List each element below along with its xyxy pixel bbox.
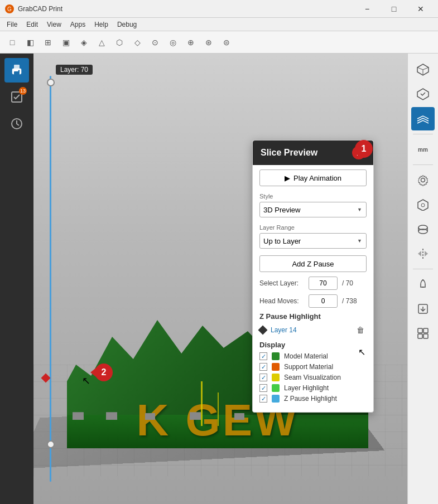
layer-highlight-checkbox[interactable]: ✓ (259, 384, 267, 392)
menu-file[interactable]: File (2, 20, 22, 30)
viewport: K GEW Layer: 70 3 2 ↖ (33, 54, 407, 504)
menu-edit[interactable]: Edit (22, 20, 42, 30)
layer-range-select[interactable]: Up to Layer Single Layer All Layers (259, 233, 367, 249)
seam-visualization-label: Seam Visualization (284, 374, 341, 381)
layer-handle-bottom[interactable] (47, 440, 55, 448)
toolbar-btn-6[interactable]: △ (94, 35, 109, 50)
head-moves-label: Head Moves: (259, 297, 304, 305)
play-icon: ▶ (285, 174, 290, 182)
callout-1-label: 1 (362, 144, 367, 154)
toolbar-btn-1[interactable]: □ (4, 35, 20, 50)
diamond-icon (258, 326, 268, 335)
view-3d-button[interactable] (411, 58, 435, 81)
settings-button[interactable] (411, 168, 435, 192)
toolbar-btn-4[interactable]: ▣ (58, 35, 74, 50)
toolbar-btn-9[interactable]: ⊙ (147, 35, 163, 50)
multiview-icon (417, 327, 429, 340)
layer-track[interactable] (50, 76, 51, 482)
play-animation-button[interactable]: ▶ Play Animation (259, 169, 367, 186)
head-moves-input[interactable] (309, 294, 338, 308)
toolbar-btn-5[interactable]: ◈ (76, 35, 92, 50)
export-button[interactable] (411, 297, 435, 321)
sidebar-btn-check[interactable]: 13 (4, 85, 29, 109)
app-icon: G (4, 4, 15, 14)
svg-marker-13 (418, 175, 428, 186)
menu-debug[interactable]: Debug (113, 20, 141, 30)
z-pause-item: Layer 14 🗑 (259, 324, 367, 336)
z-pause-delete-button[interactable]: 🗑 (354, 324, 367, 336)
object-icon (417, 198, 429, 211)
material-button[interactable] (411, 217, 435, 241)
layer-highlight-label: Layer Highlight (284, 384, 329, 392)
menubar: File Edit View Apps Help Debug (0, 18, 438, 31)
layer-range-section: Layer Range Up to Layer Single Layer All… (253, 220, 373, 251)
notification-button[interactable] (411, 273, 435, 296)
style-section: Style 3D Preview Flat Preview (253, 188, 373, 220)
right-toolbar-separator-3 (413, 269, 433, 269)
seam-visualization-checkbox[interactable]: ✓ (259, 374, 267, 381)
multi-view-button[interactable] (411, 322, 435, 345)
svg-rect-3 (14, 71, 20, 75)
svg-line-10 (417, 67, 423, 70)
sidebar-btn-history[interactable] (4, 112, 29, 136)
svg-rect-27 (418, 328, 422, 333)
toolbar-btn-11[interactable]: ⊕ (183, 35, 199, 50)
history-icon (9, 117, 24, 131)
sidebar-btn-print[interactable] (4, 58, 29, 83)
left-sidebar: 13 (0, 54, 33, 504)
display-seam-visualization: ✓ Seam Visualization (259, 374, 367, 381)
z-pause-link[interactable]: Layer 14 (271, 326, 297, 334)
check-3d-button[interactable] (411, 83, 435, 106)
support-material-checkbox[interactable]: ✓ (259, 363, 267, 371)
z-pause-highlight-checkbox[interactable]: ✓ (259, 395, 267, 403)
support-block-4 (190, 412, 201, 420)
model-material-checkbox[interactable]: ✓ (259, 352, 267, 360)
titlebar: G GrabCAD Print − □ ✕ (0, 0, 438, 18)
support-block-3 (145, 413, 155, 420)
toolbar-btn-2[interactable]: ◧ (22, 35, 38, 50)
toolbar-btn-13[interactable]: ⊜ (219, 35, 234, 50)
seam-line-2 (218, 392, 219, 426)
model-material-label: Model Material (284, 352, 328, 360)
layer-slider[interactable]: Layer: 70 (45, 65, 56, 482)
mirror-button[interactable] (411, 242, 435, 265)
head-moves-max: / 738 (342, 297, 357, 305)
window-controls: − □ ✕ (354, 0, 434, 18)
maximize-button[interactable]: □ (381, 0, 407, 18)
select-layer-row: Select Layer: / 70 (253, 274, 373, 292)
layer-range-select-wrapper: Up to Layer Single Layer All Layers (259, 233, 367, 249)
toolbar-btn-8[interactable]: ◇ (129, 35, 145, 50)
menu-view[interactable]: View (42, 20, 66, 30)
check-mark-2: ✓ (261, 364, 266, 370)
minimize-button[interactable]: − (354, 0, 380, 18)
layers-button[interactable] (411, 107, 435, 130)
panel-header: Slice Preview 1 (253, 140, 373, 165)
layer-handle-top[interactable] (47, 79, 55, 86)
menu-apps[interactable]: Apps (66, 20, 90, 30)
play-label: Play Animation (293, 174, 341, 182)
svg-point-5 (18, 70, 20, 72)
toolbar-btn-12[interactable]: ⊛ (201, 35, 216, 50)
units-button[interactable]: mm (411, 138, 435, 161)
export-icon (417, 303, 429, 315)
svg-text:G: G (7, 6, 12, 12)
svg-rect-29 (418, 334, 422, 338)
style-select[interactable]: 3D Preview Flat Preview (259, 202, 367, 217)
svg-rect-4 (14, 65, 20, 69)
display-model-material: ✓ Model Material (259, 352, 367, 360)
cube-icon (416, 63, 430, 76)
object-settings-button[interactable] (411, 193, 435, 216)
right-toolbar-separator-1 (413, 134, 433, 134)
menu-help[interactable]: Help (90, 20, 113, 30)
toolbar-btn-7[interactable]: ⬡ (112, 35, 127, 50)
close-button[interactable]: ✕ (408, 0, 434, 18)
main-layout: 13 (0, 54, 438, 504)
seam-line-1 (201, 381, 203, 426)
toolbar-btn-10[interactable]: ◎ (165, 35, 181, 50)
callout-2-label: 2 (102, 367, 107, 377)
toolbar-btn-3[interactable]: ⊞ (40, 35, 56, 50)
check-mark-4: ✓ (261, 385, 266, 391)
notification-badge: 13 (19, 87, 27, 95)
select-layer-input[interactable] (309, 277, 338, 290)
add-z-pause-button[interactable]: Add Z Pause (259, 255, 367, 272)
